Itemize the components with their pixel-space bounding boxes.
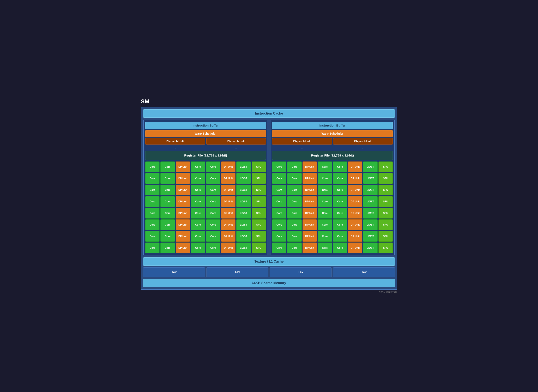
left-dispatch-row: Dispatch Unit Dispatch Unit: [145, 138, 266, 145]
sm-box: Instruction Cache Instruction Buffer War…: [141, 107, 397, 290]
right-cell-r6-c4: Core: [333, 231, 347, 242]
left-cell-r5-c5: DP Unit: [221, 219, 236, 230]
left-cell-r4-c3: Core: [191, 208, 205, 219]
right-cell-r0-c3: Core: [318, 161, 332, 172]
left-cell-r2-c5: DP Unit: [221, 185, 236, 195]
left-cell-r7-c4: Core: [206, 243, 220, 253]
right-instruction-buffer: Instruction Buffer: [272, 122, 393, 129]
right-cell-r5-c4: Core: [333, 219, 347, 230]
right-cell-r4-c2: DP Unit: [302, 208, 317, 219]
left-cell-r1-c1: Core: [160, 173, 175, 184]
left-cell-r1-c3: Core: [191, 173, 205, 184]
left-cell-r7-c2: DP Unit: [176, 243, 190, 253]
right-cell-r1-c0: Core: [272, 173, 286, 184]
left-cell-r3-c7: SFU: [252, 196, 266, 207]
right-cell-r2-c4: Core: [333, 185, 347, 195]
left-cell-r6-c2: DP Unit: [176, 231, 190, 242]
texture-l1-cache: Texture / L1 Cache: [143, 257, 395, 266]
left-instruction-buffer: Instruction Buffer: [145, 122, 266, 129]
right-cell-r4-c1: Core: [287, 208, 302, 219]
right-cell-r6-c1: Core: [287, 231, 302, 242]
right-cell-r0-c7: SFU: [378, 161, 393, 172]
left-cell-r3-c0: Core: [145, 196, 160, 207]
right-cell-r1-c4: Core: [333, 173, 347, 184]
outer-container: SM Instruction Cache Instruction Buffer …: [134, 92, 404, 300]
two-halves: Instruction Buffer Warp Scheduler Dispat…: [143, 120, 395, 255]
left-cell-r3-c4: Core: [206, 196, 220, 207]
right-cell-r6-c7: SFU: [378, 231, 393, 242]
left-dispatch-unit-2: Dispatch Unit: [206, 138, 266, 145]
left-arrow-1: ↓: [145, 146, 205, 150]
left-cell-r0-c6: LD/ST: [236, 161, 250, 172]
right-cell-r7-c0: Core: [272, 243, 286, 253]
right-cell-r4-c5: DP Unit: [348, 208, 362, 219]
left-cell-r2-c2: DP Unit: [176, 185, 190, 195]
right-cell-r2-c6: LD/ST: [363, 185, 378, 195]
right-cell-r5-c6: LD/ST: [363, 219, 378, 230]
left-cell-r0-c4: Core: [206, 161, 220, 172]
left-cell-r4-c1: Core: [160, 208, 175, 219]
left-cell-r4-c5: DP Unit: [221, 208, 236, 219]
right-cell-r7-c5: DP Unit: [348, 243, 362, 253]
right-cell-r5-c1: Core: [287, 219, 302, 230]
right-cell-r4-c4: Core: [333, 208, 347, 219]
right-cell-r2-c5: DP Unit: [348, 185, 362, 195]
right-cell-r2-c0: Core: [272, 185, 286, 195]
left-half: Instruction Buffer Warp Scheduler Dispat…: [143, 120, 268, 255]
left-cell-r4-c0: Core: [145, 208, 160, 219]
tex-unit-0: Tex: [143, 267, 205, 277]
left-cell-r6-c5: DP Unit: [221, 231, 236, 242]
right-cell-r0-c5: DP Unit: [348, 161, 362, 172]
right-cell-r7-c7: SFU: [378, 243, 393, 253]
left-cell-r2-c0: Core: [145, 185, 160, 195]
right-cell-r7-c1: Core: [287, 243, 302, 253]
left-cell-r4-c2: DP Unit: [176, 208, 190, 219]
right-cell-r2-c1: Core: [287, 185, 302, 195]
right-cell-r3-c3: Core: [318, 196, 332, 207]
left-cell-r5-c0: Core: [145, 219, 160, 230]
left-cell-r6-c4: Core: [206, 231, 220, 242]
right-cell-r6-c5: DP Unit: [348, 231, 362, 242]
left-cell-r3-c6: LD/ST: [236, 196, 250, 207]
tex-unit-1: Tex: [207, 267, 268, 277]
left-cell-r7-c6: LD/ST: [236, 243, 250, 253]
right-cell-r3-c5: DP Unit: [348, 196, 362, 207]
right-cell-r4-c3: Core: [318, 208, 332, 219]
left-cell-r4-c7: SFU: [252, 208, 266, 219]
left-cell-r3-c1: Core: [160, 196, 175, 207]
right-arrow-1: ↓: [272, 146, 332, 150]
left-cell-r4-c6: LD/ST: [236, 208, 250, 219]
left-cell-r2-c6: LD/ST: [236, 185, 250, 195]
left-cell-r3-c2: DP Unit: [176, 196, 190, 207]
left-cell-r0-c7: SFU: [252, 161, 266, 172]
left-cell-r0-c5: DP Unit: [221, 161, 236, 172]
right-register-file: Register File (32,768 x 32-bit): [272, 151, 393, 160]
tex-unit-2: Tex: [270, 267, 331, 277]
right-cell-r0-c0: Core: [272, 161, 286, 172]
right-arrow-2: ↓: [333, 146, 393, 150]
right-cell-r3-c0: Core: [272, 196, 286, 207]
shared-memory: 64KB Shared Memory: [143, 279, 395, 287]
left-dispatch-arrows: ↓ ↓: [145, 146, 266, 150]
left-dispatch-unit-1: Dispatch Unit: [145, 138, 205, 145]
left-cell-r6-c6: LD/ST: [236, 231, 250, 242]
left-cell-r1-c2: DP Unit: [176, 173, 190, 184]
left-cell-r7-c1: Core: [160, 243, 175, 253]
right-cell-r2-c2: DP Unit: [302, 185, 317, 195]
right-dispatch-arrows: ↓ ↓: [272, 146, 393, 150]
left-register-file: Register File (32,768 x 32-bit): [145, 151, 266, 160]
right-dispatch-unit-2: Dispatch Unit: [333, 138, 393, 145]
right-dispatch-unit-1: Dispatch Unit: [272, 138, 332, 145]
right-cell-r6-c3: Core: [318, 231, 332, 242]
right-cell-r1-c2: DP Unit: [302, 173, 317, 184]
left-core-grid: CoreCoreDP UnitCoreCoreDP UnitLD/STSFUCo…: [145, 161, 266, 253]
left-cell-r1-c4: Core: [206, 173, 220, 184]
right-cell-r0-c1: Core: [287, 161, 302, 172]
right-cell-r4-c7: SFU: [378, 208, 393, 219]
right-cell-r6-c6: LD/ST: [363, 231, 378, 242]
right-core-grid: CoreCoreDP UnitCoreCoreDP UnitLD/STSFUCo…: [272, 161, 393, 253]
right-half: Instruction Buffer Warp Scheduler Dispat…: [270, 120, 395, 255]
left-warp-scheduler: Warp Scheduler: [145, 130, 266, 137]
right-cell-r7-c6: LD/ST: [363, 243, 378, 253]
left-cell-r6-c0: Core: [145, 231, 160, 242]
